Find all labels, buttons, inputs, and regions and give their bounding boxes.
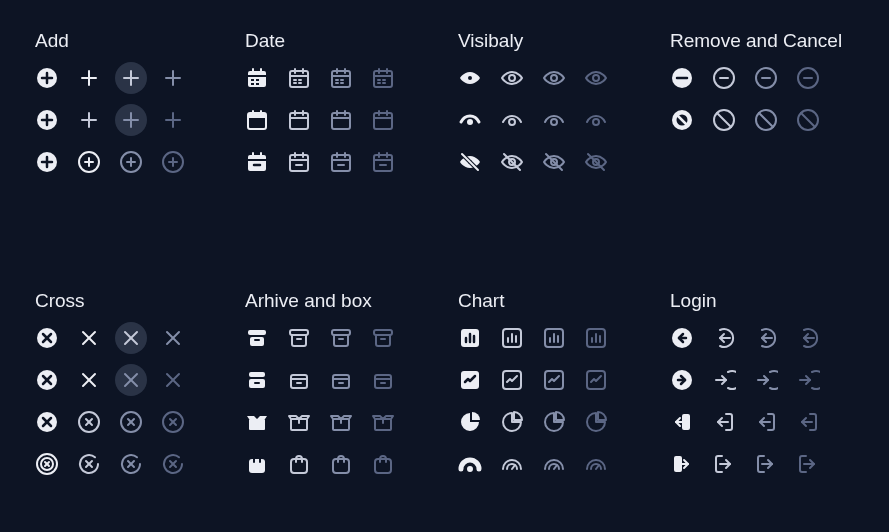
x-circle-filled-icon [35,368,59,392]
svg-rect-36 [251,83,254,85]
svg-rect-96 [374,155,392,171]
svg-point-107 [551,119,557,125]
svg-rect-86 [290,155,308,171]
door-right-outline-icon [796,452,820,476]
icon-grid [458,326,608,476]
gauge-filled-icon [458,452,482,476]
svg-rect-205 [333,459,349,473]
svg-point-101 [467,75,473,81]
section-archive: Arhive and box [245,290,395,476]
door-left-outline-icon [712,410,736,434]
box-open-filled-icon [245,410,269,434]
box-open-outline-icon [287,410,311,434]
box-outline-icon [371,368,395,392]
pie-chart-filled-icon [458,410,482,434]
x-circle-spin-icon [119,452,143,476]
plus-circle-filled-icon [35,150,59,174]
gauge-outline-icon [500,452,524,476]
pie-chart-outline-icon [584,410,608,434]
plus-icon [77,108,101,132]
svg-rect-73 [332,113,350,129]
svg-line-130 [717,113,731,127]
eye-outline-icon [542,66,566,90]
login-right-outline-icon [712,368,736,392]
plus-icon [119,66,143,90]
eye-off-outline-icon [542,150,566,174]
calendar-minus-outline-icon [329,150,353,174]
plus-circle-filled-icon [35,66,59,90]
bar-chart-outline-icon [542,326,566,350]
logout-left-outline-icon [754,326,778,350]
eye-off-outline-icon [584,150,608,174]
icon-highlight-pad [115,322,147,354]
section-add: Add [35,30,185,174]
icon-grid [35,66,185,174]
gauge-outline-icon [584,452,608,476]
x-circle-outline-icon [119,410,143,434]
x-icon [161,326,185,350]
icon-highlight-pad [115,104,147,136]
gauge-outline-icon [542,452,566,476]
door-left-outline-icon [796,410,820,434]
icon-row [35,108,185,132]
svg-point-104 [593,75,599,81]
pie-chart-outline-icon [542,410,566,434]
icon-row [245,150,395,174]
icon-row [670,368,820,392]
section-title: Date [245,30,395,52]
calendar-minus-outline-icon [287,150,311,174]
svg-rect-193 [375,375,391,388]
box-outline-icon [287,368,311,392]
icon-row [245,368,395,392]
svg-line-228 [512,465,515,469]
login-right-outline-icon [796,368,820,392]
login-right-outline-icon [754,368,778,392]
plus-circle-filled-icon [35,108,59,132]
svg-rect-69 [290,113,308,129]
svg-rect-176 [250,337,264,346]
icon-row [458,326,608,350]
icon-row [458,452,608,476]
icon-row [245,66,395,90]
section-title: Chart [458,290,608,312]
calendar-minus-filled-icon [245,150,269,174]
icon-row [35,66,185,90]
plus-circle-outline-icon [77,150,101,174]
archive-outline-icon [287,326,311,350]
x-icon [77,326,101,350]
icon-grid [670,326,820,476]
calendar-blank-outline-icon [371,108,395,132]
eye-outline-icon [584,66,608,90]
box-outline-icon [329,368,353,392]
svg-rect-178 [290,330,308,335]
x-circle-filled-icon [35,410,59,434]
svg-line-132 [759,113,773,127]
line-chart-outline-icon [542,368,566,392]
x-circle-spin-icon [77,452,101,476]
line-chart-filled-icon [458,368,482,392]
svg-point-102 [509,75,515,81]
icon-grid [245,326,395,476]
svg-line-230 [596,465,599,469]
icon-row [458,66,608,90]
icon-row [458,368,608,392]
icon-row [670,410,820,434]
svg-rect-204 [291,459,307,473]
calendar-blank-filled-icon [245,108,269,132]
x-icon [77,368,101,392]
section-title: Arhive and box [245,290,395,312]
icon-grid [670,66,842,132]
x-circle-outline-icon [77,410,101,434]
eye-half-outline-icon [584,108,608,132]
icon-row [458,150,608,174]
svg-point-227 [468,467,472,471]
ban-outline-icon [712,108,736,132]
svg-rect-190 [333,375,349,388]
minus-circle-outline-icon [796,66,820,90]
icon-row [670,326,820,350]
plus-icon [161,108,185,132]
x-circle-filled-icon [35,326,59,350]
pie-chart-outline-icon [500,410,524,434]
archive-filled-icon [245,326,269,350]
login-right-filled-icon [670,368,694,392]
